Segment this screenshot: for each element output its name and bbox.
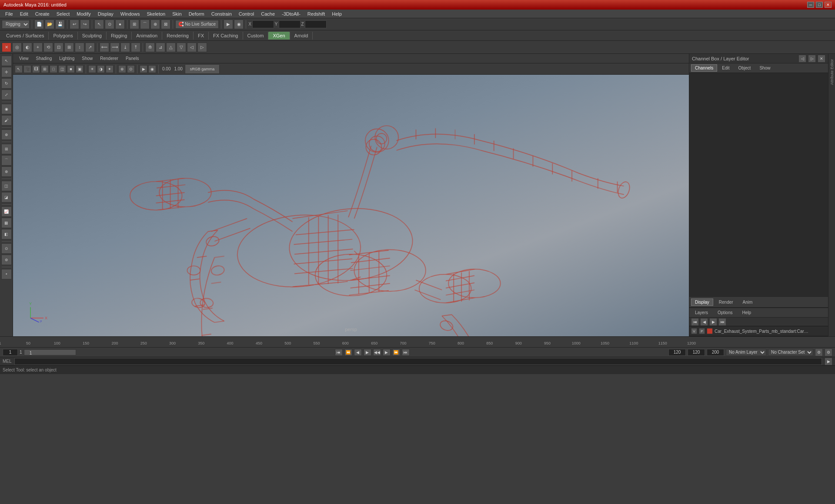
help-tab[interactable]: Help — [738, 309, 755, 316]
tb2-icon8[interactable]: ↕ — [75, 43, 84, 52]
end-frame-field[interactable] — [668, 349, 686, 356]
close-button[interactable]: ✕ — [825, 2, 832, 8]
rp-tab-show[interactable]: Show — [755, 64, 774, 72]
tb2-icon12[interactable]: ⤓ — [120, 43, 130, 52]
no-char-set-select[interactable]: No Character Set — [768, 349, 813, 356]
select-tool-btn[interactable]: ↖ — [1, 56, 12, 66]
pb-to-end[interactable]: ⏭ — [402, 349, 410, 356]
trax-btn[interactable]: ◧ — [1, 229, 12, 239]
vp-menu-shading[interactable]: Shading — [33, 55, 56, 62]
tab-arnold[interactable]: Arnold — [290, 32, 313, 40]
tb2-icon9[interactable]: ↗ — [85, 43, 95, 52]
menu-control[interactable]: Control — [235, 10, 257, 17]
misc-btn1[interactable]: ⊙ — [1, 243, 12, 254]
vp-tb-smooth[interactable]: ■ — [67, 65, 75, 73]
misc-btn2[interactable]: ⊚ — [1, 255, 12, 265]
vp-tb-camera[interactable]: 🎥 — [23, 65, 31, 73]
range-end-field2[interactable] — [707, 349, 724, 356]
render-tab[interactable]: Render — [715, 298, 737, 306]
range-frame-field[interactable] — [24, 350, 37, 357]
tab-sculpting[interactable]: Sculpting — [78, 32, 107, 40]
snap-curve-btn[interactable]: ⌒ — [140, 20, 150, 29]
tb2-icon19[interactable]: ▷ — [197, 43, 207, 52]
menu-create[interactable]: Create — [32, 10, 53, 17]
vp-tb-film[interactable]: 🎞 — [32, 65, 40, 73]
menu-select[interactable]: Select — [53, 10, 73, 17]
dope-sheet-btn[interactable]: ▦ — [1, 218, 12, 228]
move-tool-btn[interactable]: ✛ — [1, 67, 12, 77]
pb-to-start[interactable]: ⏮ — [335, 349, 343, 356]
tb2-icon18[interactable]: ◁ — [187, 43, 197, 52]
tb2-icon15[interactable]: ⊿ — [156, 43, 165, 52]
layer-color-swatch[interactable] — [707, 328, 713, 334]
workspace-dropdown[interactable]: Rigging — [2, 20, 30, 29]
layer-end-btn[interactable]: ⏭ — [718, 318, 726, 326]
render-layer-btn[interactable]: ◪ — [1, 192, 12, 202]
vp-tb-wire2[interactable]: ◫ — [58, 65, 66, 73]
display-tab[interactable]: Display — [691, 298, 713, 306]
menu-skeleton[interactable]: Skeleton — [143, 10, 169, 17]
snap-point-side-btn[interactable]: ⊕ — [1, 166, 12, 177]
tb2-icon11[interactable]: ⟶ — [110, 43, 120, 52]
menu-skin[interactable]: Skin — [169, 10, 185, 17]
menu-deform[interactable]: Deform — [185, 10, 208, 17]
menu-redshift[interactable]: Redshift — [304, 10, 328, 17]
vp-menu-renderer[interactable]: Renderer — [97, 55, 122, 62]
menu-file[interactable]: File — [2, 10, 17, 17]
tb2-icon14[interactable]: ⟰ — [145, 43, 155, 52]
minimize-button[interactable]: ─ — [807, 2, 814, 8]
pb-prev-frame[interactable]: ◀ — [354, 349, 362, 356]
menu-modify[interactable]: Modify — [73, 10, 94, 17]
snap-grid-side-btn[interactable]: ⊞ — [1, 144, 12, 154]
rp-btn2[interactable]: ▷ — [808, 55, 816, 63]
tb2-icon2[interactable]: ◎ — [12, 43, 22, 52]
save-btn[interactable]: 💾 — [55, 20, 65, 29]
y-input[interactable] — [279, 20, 301, 28]
layers-tab[interactable]: Layers — [691, 309, 712, 316]
paint-btn[interactable]: ● — [115, 20, 125, 29]
menu-constrain[interactable]: Constrain — [208, 10, 235, 17]
undo-btn[interactable]: ↩ — [70, 20, 79, 29]
render-btn[interactable]: ▶ — [224, 20, 233, 29]
vp-tb-light3[interactable]: ✦ — [106, 65, 114, 73]
snap-surface-btn[interactable]: ⊠ — [161, 20, 170, 29]
tb2-icon1[interactable]: ✕ — [2, 43, 11, 52]
tab-fxcaching[interactable]: FX Caching — [209, 32, 243, 40]
select-btn[interactable]: ↖ — [94, 20, 104, 29]
ipr-btn[interactable]: ◉ — [234, 20, 244, 29]
pb-next-frame[interactable]: ▶ — [383, 349, 391, 356]
mel-run-btn[interactable]: ▶ — [825, 358, 832, 365]
tb2-icon5[interactable]: ⟲ — [43, 43, 53, 52]
maximize-button[interactable]: □ — [816, 2, 823, 8]
z-input[interactable] — [305, 20, 327, 28]
soft-select-btn[interactable]: ◉ — [1, 104, 12, 114]
layer-back-btn[interactable]: ◀ — [700, 318, 708, 326]
lasso-btn[interactable]: ⊙ — [105, 20, 114, 29]
layer-fwd-btn[interactable]: ▶ — [709, 318, 717, 326]
vp-tb-wire1[interactable]: □ — [50, 65, 57, 73]
rp-tab-object[interactable]: Object — [735, 64, 755, 72]
rp-tab-edit[interactable]: Edit — [718, 64, 733, 72]
vp-tb-light1[interactable]: ☀ — [88, 65, 96, 73]
tb2-icon16[interactable]: △ — [166, 43, 176, 52]
tb2-icon4[interactable]: + — [33, 43, 43, 52]
rotate-tool-btn[interactable]: ↻ — [1, 78, 12, 89]
show-manipulator-btn[interactable]: ⊕ — [1, 129, 12, 140]
redo-btn[interactable]: ↪ — [80, 20, 90, 29]
layer-play-btn[interactable]: P — [699, 328, 705, 334]
display-layer-btn[interactable]: ◫ — [1, 181, 12, 191]
tb2-icon17[interactable]: ▽ — [177, 43, 186, 52]
tab-animation[interactable]: Animation — [132, 32, 162, 40]
tb2-icon3[interactable]: ◐ — [23, 43, 32, 52]
pb-play-back[interactable]: ◀◀ — [373, 349, 381, 356]
tb2-icon10[interactable]: ⟵ — [100, 43, 109, 52]
no-anim-layer-select[interactable]: No Anim Layer — [726, 349, 766, 356]
vp-tb-render1[interactable]: ▶ — [140, 65, 147, 73]
viewport-3d[interactable]: Y X Z persp — [13, 75, 689, 336]
snap-curve-side-btn[interactable]: ⌒ — [1, 155, 12, 166]
anim-tab[interactable]: Anim — [739, 298, 757, 306]
paint-skin-btn[interactable]: 🖌 — [1, 115, 12, 126]
snap-grid-btn[interactable]: ⊞ — [130, 20, 139, 29]
snap-point-btn[interactable]: ⊕ — [150, 20, 160, 29]
open-btn[interactable]: 📂 — [45, 20, 54, 29]
